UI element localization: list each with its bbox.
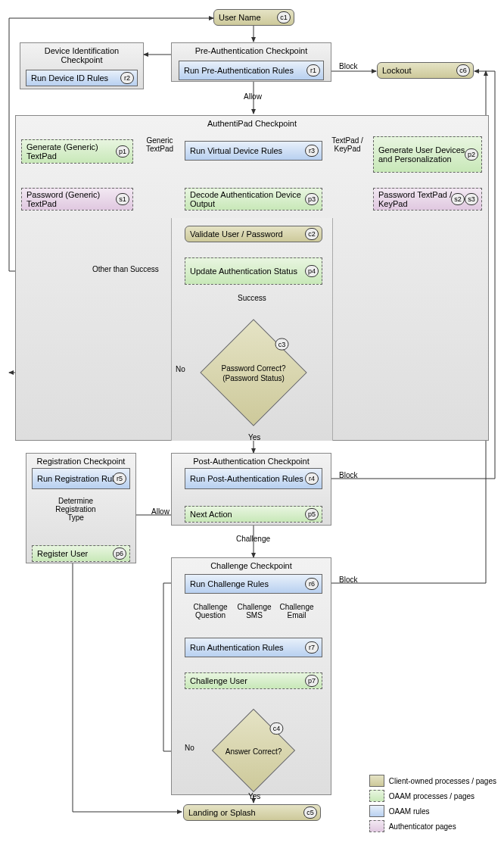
node-run-virtual-device-rules: Run Virtual Device Rules r3 [185,141,322,161]
node-tag: c1 [277,11,291,23]
edge-label-no: No [176,365,185,373]
edge-label-detreg: Determine Registration Type [49,497,102,522]
checkpoint-title: Registration Checkpoint [26,454,135,469]
edge-label-no: No [185,744,194,752]
checkpoint-title: Post-Authentication Checkpoint [172,454,331,469]
node-label: Landing or Splash [188,808,256,817]
node-tag: c5 [303,807,317,819]
node-label: Validate User / Password [190,229,283,239]
edge-label-challenge: Challenge [236,535,270,543]
node-label: Decode Authentication Device Output [190,190,317,208]
legend: Client-owned processes / pages OAAM proc… [369,772,496,835]
decision-password-correct: Password Correct? (Password Status) c3 [200,319,306,426]
edge-label-block: Block [339,471,357,479]
node-tag: s3 [465,193,478,205]
node-label: User Name [219,13,261,22]
node-next-action: Next Action p5 [185,506,322,523]
edge-label-yes: Yes [248,433,260,441]
node-validate-user-password: Validate User / Password c2 [185,226,322,242]
node-tag: r7 [305,641,319,654]
node-label: Next Action [190,510,232,519]
node-generate-user-devices: Generate User Devices and Personalizatio… [373,136,482,173]
edge-label-block: Block [339,576,357,584]
legend-swatch-client [369,775,384,787]
node-run-preauth-rules: Run Pre-Authentication Rules r1 [179,61,324,80]
node-label: Run Device ID Rules [31,73,108,83]
node-label: Generate (Generic) TextPad [26,142,128,161]
edge-label-cemail: Challenge Email [277,603,316,619]
node-lockout: Lockout c6 [377,62,474,79]
edge-label-generic: Generic TextPad [139,136,180,153]
legend-swatch-oaamrule [369,805,384,817]
node-run-registration-rule: Run Registration Rule r5 [32,468,130,489]
node-label: Run Pre-Authentication Rules [184,66,294,75]
node-tag: c3 [275,339,288,351]
node-password-textpad-keypad: Password TextPad / KeyPad s2 s3 [373,188,482,211]
node-generate-generic-textpad: Generate (Generic) TextPad p1 [21,139,133,164]
edge-label-yes: Yes [248,792,260,800]
node-label: Run Challenge Rules [190,579,269,588]
node-run-device-id-rules: Run Device ID Rules r2 [26,70,138,86]
edge-label-other: Other than Success [92,265,159,273]
edge-label-tkp: TextPad / KeyPad [327,136,368,153]
edge-label-csms: Challenge SMS [235,603,274,619]
edge-label-success: Success [238,294,266,302]
edge-label-allow: Allow [151,507,170,516]
node-tag: r5 [113,473,126,485]
node-tag: p7 [305,675,319,687]
node-landing-splash: Landing or Splash c5 [183,804,321,821]
node-tag: r3 [305,145,319,157]
node-challenge-user: Challenge User p7 [185,672,322,689]
node-label: Update Authentication Status [190,267,297,276]
node-tag: p6 [113,548,126,560]
node-register-user: Register User p6 [32,545,130,562]
legend-swatch-authpg [369,820,384,832]
checkpoint-title: Device Identification Checkpoint [20,43,143,67]
node-tag: p2 [465,148,478,161]
node-tag: p4 [305,265,319,277]
checkpoint-title: AuthentiPad Checkpoint [16,116,488,131]
node-run-challenge-rules: Run Challenge Rules r6 [185,574,322,594]
node-run-postauth-rules: Run Post-Authentication Rules r4 [185,468,322,489]
checkpoint-title: Pre-Authentication Checkpoint [172,43,331,58]
legend-label: OAAM processes / pages [389,792,474,800]
node-label: Run Authentication Rules [190,643,284,652]
legend-label: Authenticator pages [389,822,456,831]
node-tag: r2 [120,72,134,84]
node-label: Lockout [382,66,412,75]
legend-swatch-oaamproc [369,790,384,802]
node-tag: p3 [305,193,319,205]
legend-label: Client-owned processes / pages [389,777,496,785]
node-update-auth-status: Update Authentication Status p4 [185,257,322,285]
node-tag: r4 [305,473,319,485]
node-decode-auth-output: Decode Authentication Device Output p3 [185,188,322,211]
node-label: Register User [37,549,88,558]
node-label: Password (Generic) TextPad [26,190,128,208]
node-label: Run Virtual Device Rules [190,146,282,155]
legend-label: OAAM rules [389,807,430,816]
node-label: Run Registration Rule [37,474,119,483]
node-tag: s2 [451,193,465,205]
node-tag: r6 [305,578,319,590]
edge-label-block: Block [339,62,357,70]
node-tag: s1 [116,193,129,205]
edge-label-allow: Allow [244,92,262,101]
node-tag: c4 [269,722,283,735]
node-label: Run Post-Authentication Rules [190,474,303,483]
node-password-generic-textpad: Password (Generic) TextPad s1 [21,188,133,211]
node-tag: c2 [305,228,319,240]
node-tag: p5 [305,508,319,520]
node-tag: p1 [116,145,129,158]
edge-label-cq: Challenge Question [191,603,230,619]
node-tag: r1 [306,64,320,76]
node-run-auth-rules: Run Authentication Rules r7 [185,638,322,657]
checkpoint-title: Challenge Checkpoint [172,558,331,573]
node-label: Challenge User [190,676,247,685]
node-user-name: User Name c1 [213,9,294,26]
node-tag: c6 [456,64,470,76]
node-label: Generate User Devices and Personalizatio… [378,145,477,164]
